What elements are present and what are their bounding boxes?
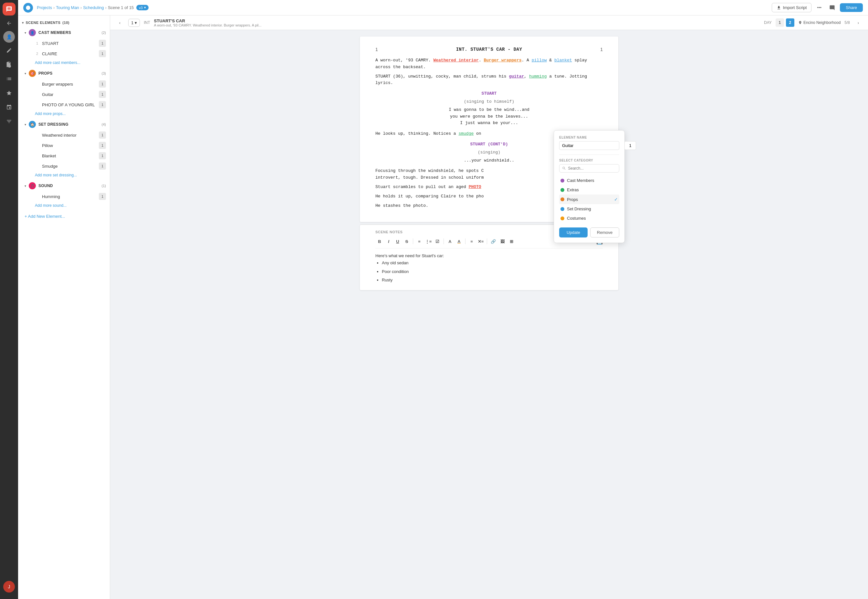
sound-header[interactable]: ▾ 🎵 SOUND (1) [18, 180, 110, 191]
notes-content[interactable]: Here's what we need for Stuart's car: An… [375, 252, 603, 283]
list-item[interactable]: Guitar 1 [18, 89, 110, 99]
breadcrumb-project[interactable]: Touring Man [56, 5, 79, 10]
next-scene-arrow[interactable]: › [854, 18, 863, 27]
list-item[interactable]: Smudge 1 [18, 161, 110, 171]
scene-elements-label: SCENE ELEMENTS [26, 21, 61, 24]
scene-title-area: STUART'S CAR A worn-out, '93 CAMRY. Weat… [154, 18, 760, 27]
breadcrumb-projects[interactable]: Projects [37, 5, 52, 10]
table-button[interactable]: ⊞ [507, 237, 516, 245]
list-item[interactable]: Burger wrappers 1 [18, 79, 110, 89]
pillow-highlight[interactable]: pillow [532, 58, 547, 63]
props-option[interactable]: Props ✓ [559, 194, 619, 204]
script-paper: 1 INT. STUART'S CAR - DAY 1 A worn-out, … [360, 36, 618, 222]
props-label: PROPS [38, 71, 99, 75]
extras-option[interactable]: Extras [559, 185, 619, 194]
chat-icon-btn[interactable] [3, 3, 15, 15]
photo-highlight[interactable]: PHOTO [469, 185, 481, 189]
notes-item-2: Poor condition [382, 268, 603, 275]
italic-button[interactable]: I [384, 237, 393, 245]
clear-format-button[interactable]: ✕≡ [477, 237, 485, 245]
scene-number-select[interactable]: 1 ▾ [128, 19, 140, 27]
add-more-cast-link[interactable]: Add more cast members... [18, 59, 110, 66]
more-options-button[interactable]: ••• [814, 3, 824, 13]
highlight-button[interactable]: A [455, 237, 463, 245]
pen-icon-btn[interactable] [3, 44, 15, 57]
add-more-props-link[interactable]: Add more props... [18, 110, 110, 117]
checklist-button[interactable]: ☑ [433, 237, 442, 245]
add-more-sound-link[interactable]: Add more sound... [18, 202, 110, 209]
breadcrumb-scheduling[interactable]: Scheduling [83, 5, 104, 10]
notes-item-3: Rusty [382, 277, 603, 284]
underline-button[interactable]: U [393, 237, 402, 245]
link-button[interactable]: 🔗 [489, 237, 498, 245]
image-button[interactable]: 🖼 [498, 237, 507, 245]
book-icon-btn[interactable] [3, 58, 15, 71]
user-avatar[interactable]: J [3, 581, 15, 593]
prev-scene-arrow[interactable]: ‹ [115, 18, 124, 27]
remove-button[interactable]: Remove [590, 227, 619, 238]
comments-button[interactable] [827, 3, 837, 13]
set-dressing-header[interactable]: ▾ 🏠 SET DRESSING (4) [18, 119, 110, 130]
add-new-element-btn[interactable]: + Add New Element... [18, 211, 110, 222]
font-color-button[interactable]: A [446, 237, 454, 245]
list-item[interactable]: Blanket 1 [18, 151, 110, 161]
cast-members-option[interactable]: Cast Members [559, 176, 619, 185]
page-count: 5/8 [844, 20, 850, 25]
svg-point-0 [26, 6, 30, 10]
add-more-set-dressing-link[interactable]: Add more set dressing... [18, 171, 110, 179]
set-dressing-label: SET DRESSING [38, 122, 99, 126]
import-script-button[interactable]: Import Script [772, 3, 812, 12]
popup-search-field[interactable] [559, 164, 619, 173]
character-name-1: STUART [375, 90, 603, 97]
script-scroll[interactable]: 1 INT. STUART'S CAR - DAY 1 A worn-out, … [110, 30, 868, 599]
weathered-interior-highlight[interactable]: Weathered interior [433, 58, 478, 63]
align-button[interactable]: ≡ [468, 237, 476, 245]
cast-members-count: (2) [102, 31, 106, 35]
list-item[interactable]: Pillow 1 [18, 140, 110, 151]
version-badge[interactable]: v3 ▾ [136, 5, 149, 11]
costumes-option[interactable]: Costumes [559, 214, 619, 223]
filter-icon-btn[interactable] [3, 115, 15, 128]
element-qty-input[interactable] [624, 141, 636, 150]
scene-page-1[interactable]: 1 [776, 18, 784, 27]
set-dressing-icon: 🏠 [29, 121, 36, 128]
smudge-highlight[interactable]: smudge [458, 131, 474, 136]
scene-heading-row: 1 INT. STUART'S CAR - DAY 1 [375, 47, 603, 52]
scene-num-right: 1 [600, 47, 603, 52]
element-name-input[interactable] [559, 141, 619, 150]
strikethrough-button[interactable]: S [403, 237, 411, 245]
list-item[interactable]: 2 CLAIRE 1 [18, 48, 110, 59]
ordered-list-button[interactable]: ≡ [415, 237, 424, 245]
list-item[interactable]: PHOTO OF A YOUNG GIRL 1 [18, 99, 110, 110]
scene-elements-count: (10) [62, 21, 69, 24]
breadcrumb: Projects › Touring Man › Scheduling › Sc… [37, 5, 134, 10]
avatar-btn[interactable]: 👤 [3, 31, 15, 43]
list-item[interactable]: 1 STUART 1 [18, 38, 110, 48]
update-button[interactable]: Update [559, 227, 588, 238]
scene-page-2[interactable]: 2 [786, 18, 794, 27]
action-line-2: STUART (36), unwitting, cocky, man child… [375, 73, 603, 87]
sidebar: ▾ SCENE ELEMENTS (10) ▾ 👤 CAST MEMBERS (… [18, 15, 110, 599]
set-dressing-option[interactable]: Set Dressing [559, 204, 619, 214]
humming-highlight[interactable]: humming [529, 74, 547, 79]
scene-elements-header[interactable]: ▾ SCENE ELEMENTS (10) [18, 18, 110, 27]
star-icon-btn[interactable] [3, 87, 15, 99]
select-category-label: SELECT CATEGORY [559, 159, 619, 162]
props-header[interactable]: ▾ 🎯 PROPS (3) [18, 68, 110, 79]
back-icon-btn[interactable] [3, 17, 15, 30]
notes-intro: Here's what we need for Stuart's car: [375, 252, 603, 259]
share-button[interactable]: Share [840, 3, 863, 12]
category-set-dressing: ▾ 🏠 SET DRESSING (4) Weathered interior … [18, 119, 110, 179]
calendar-icon-btn[interactable] [3, 101, 15, 114]
blanket-highlight[interactable]: blanket [554, 58, 572, 63]
burger-wrappers-highlight[interactable]: Burger wrappers [484, 58, 521, 63]
guitar-highlight[interactable]: guitar [509, 74, 524, 79]
list-icon-btn[interactable] [3, 72, 15, 85]
list-item[interactable]: Weathered interior 1 [18, 130, 110, 140]
search-input[interactable] [568, 166, 616, 171]
cast-members-header[interactable]: ▾ 👤 CAST MEMBERS (2) [18, 27, 110, 38]
unordered-list-button[interactable]: ⋮≡ [424, 237, 433, 245]
category-props: ▾ 🎯 PROPS (3) Burger wrappers 1 Guitar 1 [18, 68, 110, 117]
bold-button[interactable]: B [375, 237, 384, 245]
list-item[interactable]: Humming 1 [18, 191, 110, 202]
